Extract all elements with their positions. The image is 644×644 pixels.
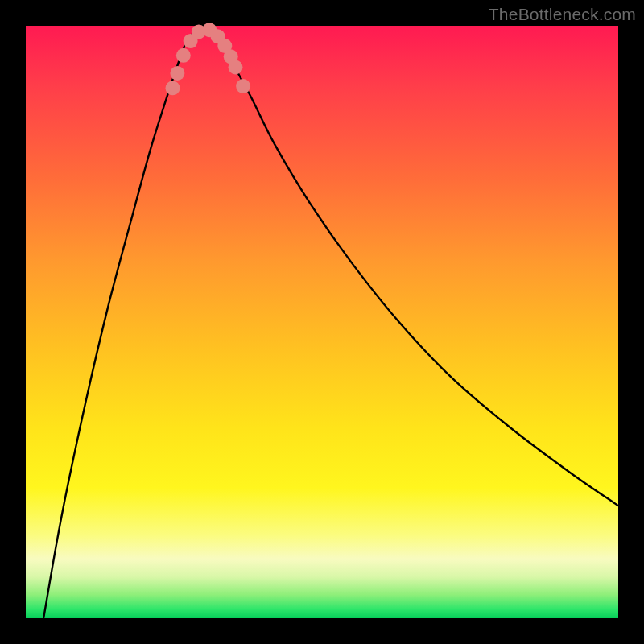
marker-group [166, 23, 251, 95]
curve-layer [26, 26, 618, 618]
chart-frame: TheBottleneck.com [0, 0, 644, 644]
marker-dot [170, 66, 184, 80]
marker-dot [166, 80, 180, 95]
marker-dot [236, 79, 250, 93]
marker-dot [229, 60, 243, 75]
bottleneck-curve [43, 26, 618, 618]
marker-dot [176, 48, 191, 63]
watermark-text: TheBottleneck.com [489, 5, 636, 24]
plot-area [26, 26, 618, 618]
